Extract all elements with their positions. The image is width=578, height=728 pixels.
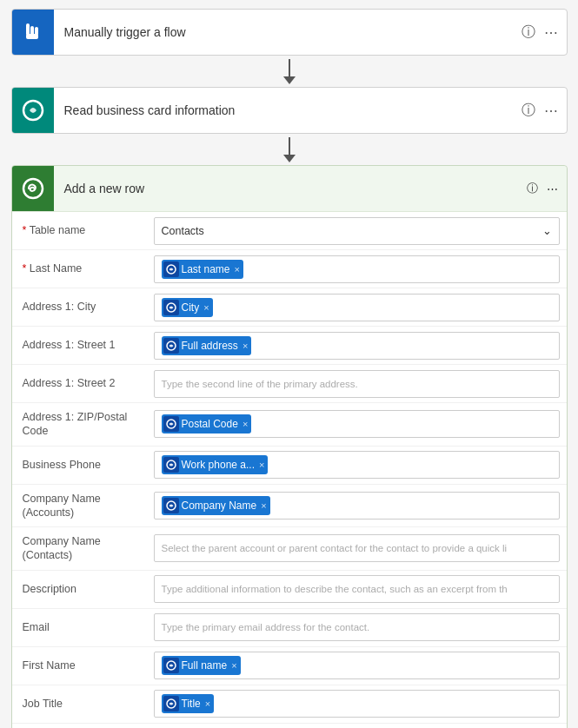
token-text-6: Company Name [182, 500, 257, 512]
form-row-11: Job TitleTitle× [12, 685, 567, 724]
token-text-11: Title [182, 698, 201, 710]
svg-point-5 [23, 179, 43, 198]
token-1: City× [162, 298, 213, 317]
field-input-6[interactable]: Company Name× [147, 487, 567, 524]
field-label-0: Last Name [12, 255, 147, 282]
token-field-11[interactable]: Title× [154, 690, 560, 718]
token-icon-6 [163, 498, 179, 513]
arrow-2 [283, 134, 296, 165]
field-input-0[interactable]: Last name× [147, 251, 567, 288]
form-row-1: Address 1: CityCity× [12, 288, 567, 327]
form-row-4: Address 1: ZIP/Postal CodePostal Code× [12, 403, 567, 447]
step1-actions: ⓘ ⋯ [522, 23, 567, 42]
field-label-1: Address 1: City [12, 293, 147, 321]
token-field-4[interactable]: Postal Code× [154, 410, 560, 438]
arrow-head-1 [283, 76, 296, 84]
token-close-0[interactable]: × [235, 264, 240, 275]
token-field-5[interactable]: Work phone a...× [154, 451, 560, 479]
field-label-8: Description [12, 575, 147, 603]
form-row-10: First NameFull name× [12, 647, 567, 685]
token-close-11[interactable]: × [205, 698, 210, 709]
step3-more-icon[interactable]: ⋯ [547, 182, 558, 195]
form-row-5: Business PhoneWork phone a...× [12, 447, 567, 485]
field-label-9: Email [12, 613, 147, 641]
form-row-3: Address 1: Street 2Type the second line … [12, 365, 567, 403]
token-close-4[interactable]: × [242, 419, 248, 429]
table-name-dropdown[interactable]: Contacts ⌄ [154, 217, 560, 245]
hand-icon [21, 20, 45, 44]
form-row-12: Mobile PhoneMobile phone× [12, 724, 567, 729]
field-label-7: Company Name (Contacts) [12, 527, 147, 570]
token-field-0[interactable]: Last name× [154, 255, 560, 283]
token-close-5[interactable]: × [259, 460, 264, 470]
field-input-9[interactable]: Type the primary email address for the c… [147, 609, 567, 645]
token-2: Full address× [162, 336, 252, 355]
field-input-12[interactable]: Mobile phone× [147, 724, 567, 728]
token-text-0: Last name [182, 263, 230, 275]
flow-container: Manually trigger a flow ⓘ ⋯ Read busines… [0, 0, 578, 728]
token-text-4: Postal Code [182, 418, 238, 430]
step2-more-icon[interactable]: ⋯ [544, 103, 558, 119]
token-close-6[interactable]: × [261, 500, 266, 511]
token-5: Work phone a...× [162, 455, 269, 474]
field-input-8[interactable]: Type additional information to describe … [147, 571, 567, 607]
field-label-3: Address 1: Street 2 [12, 369, 147, 397]
dropdown-chevron-icon: ⌄ [542, 224, 552, 237]
token-icon-0 [163, 261, 179, 277]
token-icon-1 [163, 300, 179, 315]
token-field-1[interactable]: City× [154, 294, 560, 321]
step3-actions: ⓘ ⋯ [527, 181, 567, 196]
field-label-6: Company Name (Accounts) [12, 485, 147, 527]
token-0: Last name× [162, 260, 243, 279]
business-card-icon [21, 98, 45, 122]
token-field-6[interactable]: Company Name× [154, 492, 560, 520]
field-input-3[interactable]: Type the second line of the primary addr… [147, 366, 567, 402]
arrow-line-1 [289, 59, 290, 76]
token-text-5: Work phone a... [182, 459, 256, 471]
field-label-5: Business Phone [12, 451, 147, 479]
arrow-line-2 [289, 137, 290, 155]
token-close-10[interactable]: × [231, 660, 236, 671]
token-field-2[interactable]: Full address× [154, 332, 560, 360]
field-label-4: Address 1: ZIP/Postal Code [12, 403, 147, 446]
form-row-9: EmailType the primary email address for … [12, 609, 567, 647]
field-input-10[interactable]: Full name× [147, 647, 567, 684]
form-row-7: Company Name (Contacts)Select the parent… [12, 527, 567, 571]
token-close-1[interactable]: × [203, 302, 209, 313]
step1-help-icon[interactable]: ⓘ [522, 23, 535, 42]
text-field-9[interactable]: Type the primary email address for the c… [154, 613, 560, 641]
token-text-1: City [182, 301, 200, 314]
text-field-8[interactable]: Type additional information to describe … [154, 575, 560, 603]
token-field-10[interactable]: Full name× [154, 652, 560, 679]
field-label-11: Job Title [12, 690, 147, 718]
token-icon-10 [163, 658, 179, 673]
step3-header: Add a new row ⓘ ⋯ [12, 166, 567, 211]
table-name-field[interactable]: Contacts ⌄ [147, 213, 567, 249]
field-label-2: Address 1: Street 1 [12, 331, 147, 359]
step2-actions: ⓘ ⋯ [522, 102, 567, 120]
token-11: Title× [162, 694, 215, 713]
text-field-7[interactable]: Select the parent account or parent cont… [154, 534, 560, 562]
form-row-table-name: Table name Contacts ⌄ [12, 212, 567, 250]
step3-title: Add a new row [54, 182, 527, 195]
field-input-7[interactable]: Select the parent account or parent cont… [147, 530, 567, 566]
step1-title: Manually trigger a flow [54, 25, 522, 39]
step-read-business-card: Read business card information ⓘ ⋯ [11, 87, 568, 134]
step3-help-icon[interactable]: ⓘ [527, 181, 538, 196]
table-name-label: Table name [12, 216, 147, 244]
text-field-3[interactable]: Type the second line of the primary addr… [154, 370, 560, 398]
field-input-4[interactable]: Postal Code× [147, 406, 567, 442]
form-area: Table name Contacts ⌄ Last NameLast name… [12, 211, 567, 728]
form-row-2: Address 1: Street 1Full address× [12, 327, 567, 365]
field-input-1[interactable]: City× [147, 289, 567, 326]
token-icon-11 [163, 696, 179, 711]
token-close-2[interactable]: × [242, 341, 248, 351]
svg-rect-3 [26, 34, 38, 39]
step2-help-icon[interactable]: ⓘ [522, 102, 535, 120]
field-input-5[interactable]: Work phone a...× [147, 447, 567, 483]
step1-more-icon[interactable]: ⋯ [544, 24, 558, 41]
svg-rect-0 [26, 23, 30, 36]
field-input-2[interactable]: Full address× [147, 328, 567, 364]
field-input-11[interactable]: Title× [147, 685, 567, 722]
swirl-icon [21, 176, 45, 201]
